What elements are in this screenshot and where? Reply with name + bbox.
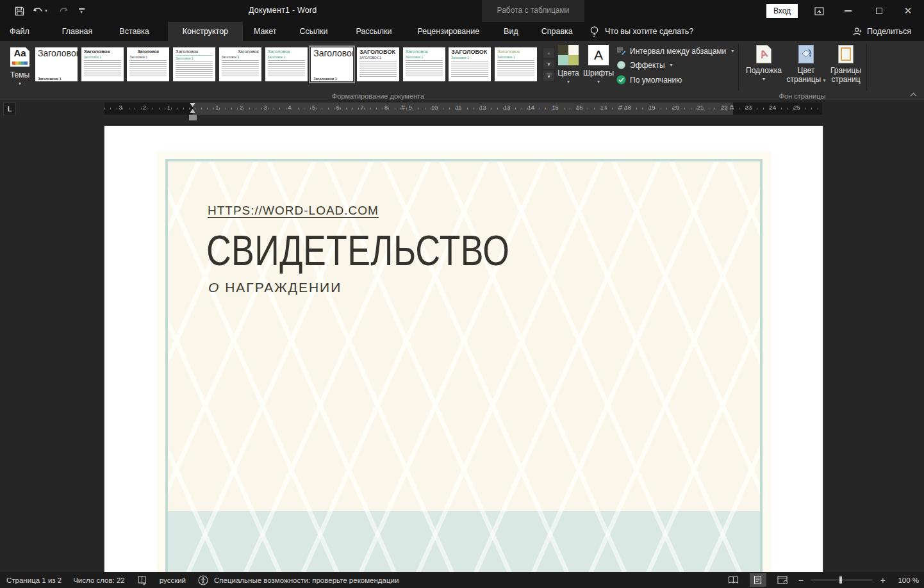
themes-label: Темы: [10, 70, 29, 86]
ruler-number: 4: [288, 104, 291, 111]
maximize-button[interactable]: [866, 0, 892, 22]
hanging-indent-marker[interactable]: [190, 109, 195, 113]
print-layout-button[interactable]: [750, 573, 766, 587]
page-color-icon: [798, 45, 814, 63]
zoom-in-button[interactable]: +: [880, 575, 886, 585]
themes-icon: Aa: [10, 47, 29, 67]
tell-me-box[interactable]: Что вы хотите сделать?: [590, 22, 693, 41]
tab-help[interactable]: Справка: [533, 22, 581, 41]
ruler-number: 11: [456, 104, 461, 111]
style-set-thumbnail[interactable]: ЗаголовокЗаголовок 1: [81, 47, 124, 81]
ruler-number: 10: [431, 104, 438, 111]
document-page[interactable]: HTTPS://WORD-LOAD.COM СВИДЕТЕЛЬСТВО О НА…: [104, 126, 823, 572]
page-color-label-line2: страницы ▾: [786, 75, 825, 85]
zoom-slider-thumb[interactable]: [839, 576, 842, 584]
style-set-thumbnail[interactable]: ЗАГОЛОВОКЗаголовок 1: [449, 47, 491, 81]
gallery-scroll-up-button[interactable]: ▲: [543, 47, 555, 59]
default-check-icon: [616, 75, 626, 85]
page-color-button[interactable]: Цвет страницы ▾: [786, 45, 827, 85]
style-set-thumbnail[interactable]: ЗаголовокЗаголовок 1: [265, 47, 308, 81]
table-column-marker[interactable]: #: [401, 104, 405, 113]
share-button[interactable]: Поделиться: [852, 22, 911, 41]
themes-button[interactable]: Aa Темы: [5, 45, 35, 95]
gallery-scroll-down-button[interactable]: ▼: [543, 59, 555, 70]
ruler-number: 1: [167, 104, 170, 111]
accessibility-status[interactable]: Специальные возможности: проверьте реком…: [214, 576, 399, 584]
style-set-thumbnail[interactable]: ЗаголовокЗаголовком 1: [35, 47, 78, 81]
accessibility-icon[interactable]: [197, 575, 209, 586]
save-icon: [15, 6, 24, 16]
page-indicator[interactable]: Страница 1 из 2: [6, 576, 62, 584]
paragraph-spacing-label: Интервал между абзацами: [630, 47, 726, 56]
style-set-thumbnail[interactable]: ЗаголовокЗаголовок 1: [127, 47, 169, 81]
proofing-status-icon[interactable]: [136, 575, 148, 586]
gallery-more-button[interactable]: ▼: [543, 70, 555, 81]
ruler-number: 20: [673, 104, 679, 111]
first-line-indent-marker[interactable]: [190, 103, 195, 107]
style-set-thumbnail[interactable]: ЗаголовокЗаголовок 1: [173, 47, 215, 81]
ruler-number: 21: [697, 104, 704, 111]
colors-button[interactable]: Цвета: [555, 45, 582, 85]
tab-references[interactable]: Ссылки: [291, 22, 336, 41]
group-label-document-formatting: Форматирование документа: [301, 92, 455, 100]
certificate-url-link[interactable]: HTTPS://WORD-LOAD.COM: [208, 204, 379, 218]
indent-markers[interactable]: [190, 103, 196, 113]
save-button[interactable]: [10, 0, 28, 22]
tab-home[interactable]: Главная: [54, 22, 101, 41]
style-set-thumbnail[interactable]: ЗаголовокЗаголовок 1: [403, 47, 445, 81]
undo-dropdown-arrow[interactable]: ▾: [45, 8, 47, 13]
ruler-number: 6: [336, 104, 340, 111]
title-bar: ▾ ▾ Документ1 - Word Вход ✕: [0, 0, 924, 22]
collapse-ribbon-button[interactable]: [907, 90, 919, 99]
sign-in-button[interactable]: Вход: [766, 4, 798, 18]
ribbon-display-options-button[interactable]: [806, 0, 832, 22]
colors-label: Цвета: [557, 69, 579, 85]
style-set-thumbnail[interactable]: ЗаголовокЗаголовок 1: [219, 47, 261, 81]
style-set-thumbnail[interactable]: ЗАГОЛОВОКЗАГОЛОВОК 1: [357, 47, 399, 81]
tab-review[interactable]: Рецензирование: [409, 22, 488, 41]
tab-layout[interactable]: Макет: [245, 22, 285, 41]
effects-icon: [616, 60, 626, 70]
paragraph-spacing-button[interactable]: Интервал между абзацами ▾: [616, 46, 734, 56]
watermark-button[interactable]: A Подложка ▾: [743, 45, 784, 84]
certificate-subtitle[interactable]: О НАГРАЖДЕНИИ: [208, 280, 342, 295]
word-count[interactable]: Число слов: 22: [73, 576, 125, 584]
tab-design[interactable]: Конструктор: [168, 22, 243, 41]
table-column-marker[interactable]: #: [730, 104, 734, 113]
document-title: Документ1 - Word: [249, 6, 317, 15]
fonts-button[interactable]: A Шрифты: [583, 45, 614, 85]
redo-button[interactable]: [55, 0, 70, 22]
style-set-thumbnail[interactable]: ЗаголовокЗаголовком 1: [311, 47, 353, 81]
tab-view[interactable]: Вид: [495, 22, 527, 41]
ruler-number: 17: [600, 104, 607, 111]
customize-qat-button[interactable]: ▾: [74, 0, 88, 22]
table-column-marker[interactable]: #: [619, 104, 623, 113]
tab-insert[interactable]: Вставка: [111, 22, 157, 41]
web-layout-button[interactable]: [774, 573, 791, 587]
tab-stop-selector[interactable]: L: [3, 102, 16, 115]
zoom-slider[interactable]: [811, 580, 873, 580]
ruler-number: 14: [528, 104, 534, 111]
zoom-out-button[interactable]: −: [798, 575, 804, 585]
minimize-button[interactable]: [835, 0, 861, 22]
fonts-label: Шрифты: [583, 69, 614, 85]
page-borders-label-line2: страниц: [831, 75, 860, 84]
tab-file[interactable]: Файл: [1, 22, 38, 41]
read-mode-button[interactable]: [725, 573, 742, 587]
tab-mailings[interactable]: Рассылки: [347, 22, 400, 41]
chevron-up-icon: [910, 92, 917, 97]
set-default-button[interactable]: По умолчанию: [616, 75, 682, 85]
undo-button[interactable]: ▾: [31, 0, 50, 22]
certificate-title[interactable]: СВИДЕТЕЛЬСТВО: [206, 225, 509, 275]
style-set-thumbnail[interactable]: ЗаголовокЗаголовок 1: [495, 47, 537, 81]
page-borders-button[interactable]: Границы страниц: [825, 45, 866, 84]
language-indicator[interactable]: русский: [160, 576, 186, 584]
effects-button[interactable]: Эффекты ▾: [616, 60, 673, 70]
left-indent-box-marker[interactable]: [189, 115, 197, 120]
horizontal-ruler[interactable]: 3211234567891011121314151617181920212223…: [104, 102, 822, 115]
ruler-number: 13: [504, 104, 510, 111]
page-borders-label-line1: Границы: [830, 66, 861, 75]
undo-icon: [33, 6, 44, 15]
close-button[interactable]: ✕: [895, 0, 921, 22]
zoom-percentage[interactable]: 100 %: [893, 576, 919, 584]
